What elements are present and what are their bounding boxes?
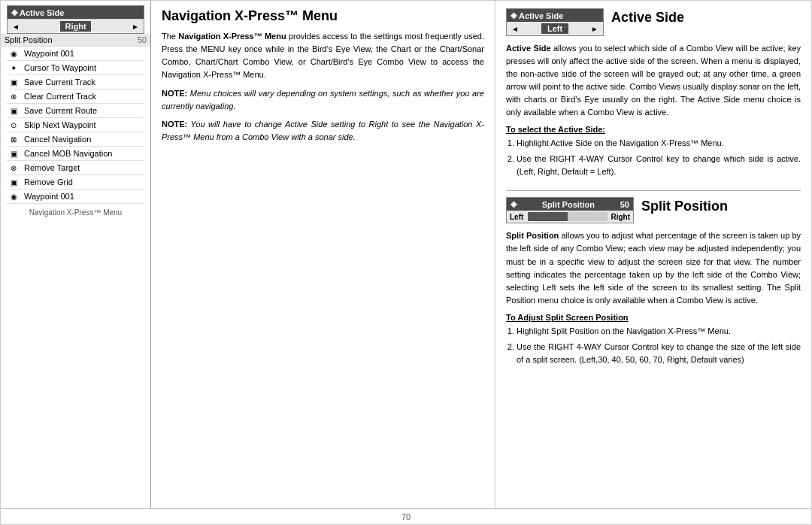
right-content: ◈ Active Side ◄ Left ► Active Side Activ… [495, 1, 811, 508]
split-bar-fill [528, 212, 568, 221]
split-bar-left-label: Left [510, 213, 526, 221]
cancel-nav-icon: ⊠ [11, 135, 21, 144]
nav-menu-caption: Navigation X-Press™ Menu [7, 208, 144, 217]
clear-track-icon: ⊗ [11, 93, 21, 101]
active-side-section: ◈ Active Side ◄ Left ► Active Side Activ… [506, 8, 801, 178]
split-position-widget-value: 50 [620, 200, 629, 209]
split-position-step-2: Use the RIGHT 4-WAY Cursor Control key t… [517, 341, 801, 366]
middle-paragraph1: The Navigation X-Press™ Menu provides ac… [162, 30, 484, 81]
split-position-subsection-title: To Adjust Split Screen Position [506, 313, 801, 322]
split-bar-track [528, 212, 607, 221]
remove-target-icon: ⊗ [11, 164, 21, 172]
menu-item-remove-target-label: Remove Target [24, 163, 80, 172]
page-number: 70 [401, 512, 411, 521]
active-side-section-header: ◈ Active Side ◄ Left ► Active Side [506, 8, 801, 36]
active-side-steps: Highlight Active Side on the Navigation … [506, 137, 801, 178]
remove-grid-icon: ▣ [11, 178, 21, 187]
active-side-header-label: Active Side [20, 8, 64, 17]
split-position-section: ◈ Split Position 50 Left Right Split [506, 197, 801, 366]
active-side-value: Right [60, 21, 90, 32]
menu-item-remove-grid-label: Remove Grid [24, 178, 73, 187]
split-position-widget-label: Split Position [542, 200, 595, 209]
active-side-mini-header-label: Active Side [519, 11, 563, 20]
menu-item-clear-track[interactable]: ⊗ Clear Current Track [7, 90, 144, 104]
menu-item-waypoint001b-label: Waypoint 001 [24, 192, 74, 201]
active-side-widget-header: ◈ Active Side [8, 6, 144, 19]
menu-item-clear-track-label: Clear Current Track [24, 92, 96, 101]
menu-item-cancel-nav[interactable]: ⊠ Cancel Navigation [7, 132, 144, 147]
active-side-widget: ◈ Active Side ◄ Right ► [7, 5, 144, 34]
menu-item-save-route-label: Save Current Route [24, 106, 97, 115]
active-side-mini-right-arrow[interactable]: ► [591, 25, 598, 33]
menu-item-cancel-mob[interactable]: ▣ Cancel MOB Navigation [7, 147, 144, 161]
page-container: ◈ Active Side ◄ Right ► Split Position 5… [0, 0, 812, 525]
menu-item-skip-waypoint[interactable]: ⊙ Skip Next Waypoint [7, 118, 144, 132]
active-side-widget-row[interactable]: ◄ Right ► [8, 19, 144, 33]
menu-item-waypoint001b[interactable]: ◉ Waypoint 001 [7, 190, 144, 204]
active-side-step-2: Use the RIGHT 4-WAY Cursor Control key t… [517, 153, 801, 178]
note2-text: You will have to change Active Side sett… [162, 120, 484, 141]
active-side-subsection-title: To select the Active Side: [506, 125, 801, 134]
note2-bold: NOTE: [162, 120, 187, 129]
save-track-icon: ▣ [11, 78, 21, 86]
split-position-widget: ◈ Split Position 50 Left Right [506, 197, 634, 223]
menu-item-skip-waypoint-label: Skip Next Waypoint [24, 120, 96, 129]
active-side-mini-left-arrow[interactable]: ◄ [511, 25, 519, 33]
split-position-bold-start: Split Position [506, 231, 559, 240]
save-route-icon: ▣ [11, 107, 21, 115]
menu-item-remove-target[interactable]: ⊗ Remove Target [7, 161, 144, 175]
split-position-title: Split Position [641, 197, 728, 214]
split-pos-widget-icon: ◈ [511, 199, 517, 209]
page-footer: 70 [1, 508, 811, 524]
split-position-step-1: Highlight Split Position on the Navigati… [517, 325, 801, 338]
note1-text: Menu choices will vary depending on syst… [162, 89, 484, 111]
split-position-para-text: allows you to adjust what percentage of … [506, 231, 801, 304]
active-side-para-text: allows you to select which side of a Com… [506, 44, 801, 117]
split-bar-right-label: Right [609, 213, 630, 221]
menu-item-cancel-mob-label: Cancel MOB Navigation [24, 149, 112, 158]
active-side-mini-widget: ◈ Active Side ◄ Left ► [506, 8, 604, 36]
active-side-left-arrow[interactable]: ◄ [12, 23, 20, 31]
menu-item-waypoint001[interactable]: ◉ Waypoint 001 [7, 47, 144, 61]
split-position-bar-row[interactable]: Left Right [507, 211, 633, 223]
split-position-body: Split Position allows you to adjust what… [506, 229, 801, 306]
active-side-body: Active Side allows you to select which s… [506, 42, 801, 119]
menu-items-list: ◉ Waypoint 001 ✦ Cursor To Waypoint ▣ Sa… [7, 47, 144, 204]
main-content: ◈ Active Side ◄ Right ► Split Position 5… [1, 1, 811, 508]
middle-bold1: Navigation X-Press™ Menu [178, 32, 286, 41]
menu-item-cursor-to-waypoint[interactable]: ✦ Cursor To Waypoint [7, 61, 144, 75]
active-side-mini-icon: ◈ [511, 11, 517, 20]
skip-waypoint-icon: ⊙ [11, 121, 21, 129]
cancel-mob-icon: ▣ [11, 150, 21, 158]
menu-item-remove-grid[interactable]: ▣ Remove Grid [7, 175, 144, 190]
split-position-steps: Highlight Split Position on the Navigati… [506, 325, 801, 366]
menu-item-save-track[interactable]: ▣ Save Current Track [7, 75, 144, 90]
nav-sidebar: ◈ Active Side ◄ Right ► Split Position 5… [1, 1, 151, 508]
active-side-right-arrow[interactable]: ► [132, 23, 139, 31]
section-divider [506, 190, 801, 191]
menu-item-save-route[interactable]: ▣ Save Current Route [7, 104, 144, 118]
split-position-sidebar-label: Split Position [5, 35, 53, 44]
middle-section-title: Navigation X-Press™ Menu [162, 8, 484, 24]
waypoint001b-icon: ◉ [11, 193, 21, 201]
split-position-widget-header: ◈ Split Position 50 [507, 198, 633, 211]
active-side-mini-row[interactable]: ◄ Left ► [507, 22, 603, 35]
split-position-sidebar-value: 50 [138, 35, 147, 44]
split-position-section-header: ◈ Split Position 50 Left Right Split [506, 197, 801, 223]
active-side-title: Active Side [611, 8, 684, 26]
active-side-mini-value: Left [541, 23, 568, 34]
menu-item-cursor-waypoint-label: Cursor To Waypoint [24, 63, 96, 72]
menu-item-waypoint001-label: Waypoint 001 [24, 49, 74, 58]
active-side-bold-start: Active Side [506, 44, 551, 53]
middle-note2: NOTE: You will have to change Active Sid… [162, 118, 484, 143]
menu-item-save-track-label: Save Current Track [24, 77, 95, 86]
active-side-step-1: Highlight Active Side on the Navigation … [517, 137, 801, 150]
active-side-mini-widget-header: ◈ Active Side [507, 9, 603, 22]
split-position-sidebar-row: Split Position 50 [1, 34, 150, 47]
cursor-waypoint-icon: ✦ [11, 64, 21, 72]
note1-bold: NOTE: [162, 89, 187, 98]
waypoint001-icon: ◉ [11, 50, 21, 58]
active-side-icon: ◈ [11, 8, 17, 17]
middle-note1: NOTE: Menu choices will vary depending o… [162, 87, 484, 112]
menu-item-cancel-nav-label: Cancel Navigation [24, 135, 91, 144]
